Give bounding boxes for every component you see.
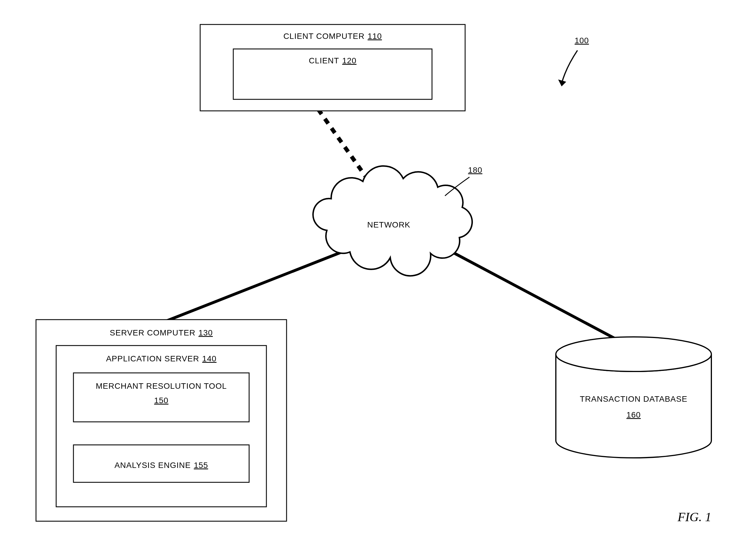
application-server-ref: 140 — [202, 354, 217, 363]
figure-ref-number: 100 — [575, 36, 589, 45]
client-ref: 120 — [342, 56, 357, 65]
figure-ref-leader — [562, 50, 578, 84]
connector-network-database — [449, 251, 634, 348]
server-computer-label: SERVER COMPUTER — [110, 328, 196, 337]
network-ref: 180 — [468, 166, 482, 174]
client-computer-ref: 110 — [367, 32, 382, 40]
client-box: CLIENT 120 — [233, 49, 432, 99]
merchant-resolution-tool-box: MERCHANT RESOLUTION TOOL 150 — [73, 373, 249, 422]
merchant-tool-label: MERCHANT RESOLUTION TOOL — [96, 382, 227, 390]
svg-point-11 — [556, 337, 711, 371]
figure-ref-callout: 100 — [558, 36, 589, 86]
client-computer-box: CLIENT COMPUTER 110 CLIENT 120 — [200, 24, 465, 111]
analysis-engine-box: ANALYSIS ENGINE 155 — [73, 445, 249, 482]
application-server-box: APPLICATION SERVER 140 MERCHANT RESOLUTI… — [56, 346, 266, 507]
database-label: TRANSACTION DATABASE — [580, 394, 688, 403]
svg-text:CLIENT
        120: CLIENT 120 — [309, 56, 357, 65]
network-cloud: NETWORK 180 — [313, 166, 482, 276]
client-computer-label: CLIENT COMPUTER — [284, 32, 364, 40]
server-computer-box: SERVER COMPUTER 130 APPLICATION SERVER 1… — [36, 320, 286, 521]
merchant-tool-ref: 150 — [154, 396, 169, 405]
application-server-label: APPLICATION SERVER — [106, 354, 199, 363]
transaction-database: TRANSACTION DATABASE 160 — [556, 337, 711, 458]
server-computer-ref: 130 — [199, 328, 213, 337]
figure-caption: FIG. 1 — [677, 510, 711, 524]
analysis-engine-label: ANALYSIS ENGINE — [114, 461, 191, 470]
svg-text:ANALYSIS ENGINE
          155: ANALYSIS ENGINE 155 — [114, 461, 208, 470]
connector-network-server — [144, 251, 346, 330]
client-label: CLIENT — [309, 56, 339, 65]
database-ref: 160 — [626, 410, 641, 419]
analysis-engine-ref: 155 — [194, 461, 208, 470]
network-label: NETWORK — [367, 220, 410, 229]
